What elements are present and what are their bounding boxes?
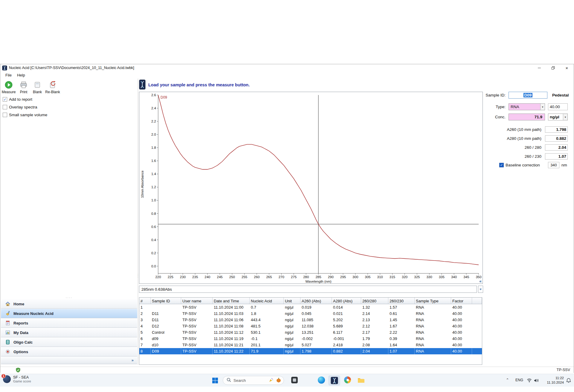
column-header-260-280[interactable]: 260/280 <box>361 298 388 304</box>
table-cell: 40.00 <box>451 342 472 348</box>
file-explorer-icon[interactable] <box>357 376 364 384</box>
table-cell: 0.014 <box>332 304 361 310</box>
spectrum-chart[interactable]: 0.00.20.40.60.81.01.21.41.61.82.02.22.42… <box>139 92 483 284</box>
minimize-button[interactable] <box>532 64 546 71</box>
maximize-button[interactable] <box>546 64 560 71</box>
baseline-wavelength-input[interactable]: 340 <box>548 162 559 168</box>
svg-text:330: 330 <box>426 275 432 279</box>
photos-app-icon[interactable] <box>344 376 351 383</box>
table-cell: 2 <box>139 310 151 317</box>
column-header-sample-type[interactable]: Sample Type <box>415 298 451 304</box>
table-cell: 0.882 <box>332 348 361 354</box>
sidebar-item-my-data[interactable]: My Data <box>1 328 137 337</box>
menu-help[interactable]: Help <box>14 71 28 79</box>
nanodrop-app-taskbar-button[interactable] <box>328 375 340 386</box>
table-cell: 5.027 <box>300 342 332 348</box>
edge-browser-icon[interactable] <box>318 376 325 384</box>
sports-widget-icon: 1 <box>3 375 11 383</box>
table-row[interactable]: 7d10TP-SSV11.10.2024 11:21201.1ng/µl5.02… <box>139 342 482 348</box>
table-row[interactable]: 3D11TP-SSV11.10.2024 11:06443.4ng/µl11.0… <box>139 317 482 323</box>
table-row[interactable]: 6d09TP-SSV11.10.2024 11:19-0.1ng/µl-0.00… <box>139 336 482 342</box>
party-popper-icon <box>269 378 274 383</box>
search-placeholder: Search <box>233 378 266 383</box>
column-header-260-230[interactable]: 260/230 <box>388 298 415 304</box>
column-header-nucleic-acid[interactable]: Nucleic Acid <box>250 298 284 304</box>
nav-splitter-grip[interactable]: ···· <box>1 296 137 299</box>
column-header-sample-id[interactable]: Sample ID <box>151 298 181 304</box>
sidebar-item-reports[interactable]: Reports <box>1 318 137 328</box>
table-cell <box>151 304 181 310</box>
collapse-panel-icon[interactable]: « <box>479 279 482 284</box>
wifi-icon[interactable] <box>527 378 532 382</box>
column-header-date-and-time[interactable]: Date and Time <box>213 298 250 304</box>
baseline-correction-checkbox[interactable]: ✓ <box>499 163 504 167</box>
menu-file[interactable]: File <box>3 71 14 79</box>
clock[interactable]: 11:22 11.10.2024 <box>540 376 564 385</box>
widgets-button[interactable]: 1 SF - SEA Game score <box>3 375 31 383</box>
table-row[interactable]: 8D09TP-SSV11.10.2024 11:2271.9ng/µl1.798… <box>139 348 482 354</box>
table-cell: Control <box>151 329 181 336</box>
table-row[interactable]: 4D12TP-SSV11.10.2024 11:08481.5ng/µl12.0… <box>139 323 482 329</box>
blank-button[interactable]: Blank <box>31 80 44 97</box>
pinned-dark-app-icon[interactable] <box>291 376 298 384</box>
blank-icon <box>33 80 42 89</box>
app-icon <box>2 65 7 71</box>
table-cell: 40.00 <box>451 336 472 342</box>
column-header-a260-abs-[interactable]: A260 (Abs) <box>300 298 332 304</box>
tray-overflow-chevron[interactable]: ⌃ <box>506 378 509 382</box>
checkbox-small-sample-volume[interactable]: Small sample volume <box>3 113 47 117</box>
sample-id-input[interactable]: D09 <box>509 92 547 99</box>
table-cell: 13.251 <box>300 329 332 336</box>
column-header-unit[interactable]: Unit <box>284 298 300 304</box>
svg-text:350: 350 <box>476 275 481 279</box>
panel-divider-grip[interactable]: ··· <box>137 273 139 278</box>
metric-label: 260 / 230 <box>483 154 541 159</box>
search-box[interactable]: Search <box>223 376 284 385</box>
column-header-factor[interactable]: Factor <box>451 298 472 304</box>
baseline-unit-label: nm <box>561 163 567 167</box>
nav-expand-bar[interactable]: » <box>1 356 137 364</box>
table-cell: 40.00 <box>451 310 472 317</box>
type-select[interactable]: RNA ▾ <box>509 103 545 110</box>
close-icon: × <box>566 66 568 70</box>
print-button[interactable]: Print <box>16 80 31 97</box>
table-cell: ng/µl <box>284 323 300 329</box>
table-cell: 40.00 <box>451 348 472 354</box>
measure-button[interactable]: Measure <box>1 80 16 97</box>
table-cell: RNA <box>415 329 451 336</box>
metric-label: A260 (10 mm path) <box>483 127 541 132</box>
table-cell: RNA <box>415 304 451 310</box>
restore-icon <box>552 66 555 70</box>
checkbox-overlay-spectra[interactable]: Overlay spectra <box>3 105 47 109</box>
table-cell: RNA <box>415 342 451 348</box>
svg-text:310: 310 <box>377 275 383 279</box>
expand-readout-button[interactable]: « <box>478 286 483 293</box>
table-cell: 40.00 <box>451 317 472 323</box>
sidebar-item-measure-nucleic-acid[interactable]: Measure Nucleic Acid <box>1 309 137 318</box>
conc-unit-select[interactable]: ng/µl ▾ <box>548 114 568 120</box>
table-cell: 5.202 <box>332 317 361 323</box>
table-row[interactable]: 2D11TP-SSV11.10.2024 11:031.8ng/µl0.0450… <box>139 310 482 317</box>
sidebar-item-oligo-calc[interactable]: Oligo Calc <box>1 337 137 347</box>
table-cell: RNA <box>415 348 451 354</box>
table-row[interactable]: 1TP-SSV11.10.2024 11:000.7ng/µl0.0190.01… <box>139 304 482 310</box>
checkbox-icon <box>3 113 7 117</box>
column-header--[interactable]: # <box>139 298 151 304</box>
table-cell: D09 <box>151 348 181 354</box>
language-indicator[interactable]: ENG <box>515 378 523 382</box>
table-cell: TP-SSV <box>181 304 213 310</box>
notification-bell-icon[interactable] <box>566 378 571 383</box>
sidebar-item-options[interactable]: Options <box>1 347 137 356</box>
table-cell: 0.045 <box>300 310 332 317</box>
re-blank-button[interactable]: Re-Blank <box>44 80 61 97</box>
checkbox-add-to-report[interactable]: ✓Add to report <box>3 97 47 102</box>
column-header-user-name[interactable]: User name <box>181 298 213 304</box>
table-row[interactable]: 5ControlTP-SSV11.10.2024 11:12530.1ng/µl… <box>139 329 482 336</box>
table-cell: 7 <box>139 342 151 348</box>
volume-icon[interactable] <box>534 378 539 383</box>
svg-text:260: 260 <box>254 275 259 279</box>
column-header-a280-abs-[interactable]: A280 (Abs) <box>332 298 361 304</box>
start-button[interactable] <box>212 378 218 383</box>
close-button[interactable]: × <box>560 64 574 71</box>
sidebar-item-home[interactable]: Home <box>1 299 137 309</box>
